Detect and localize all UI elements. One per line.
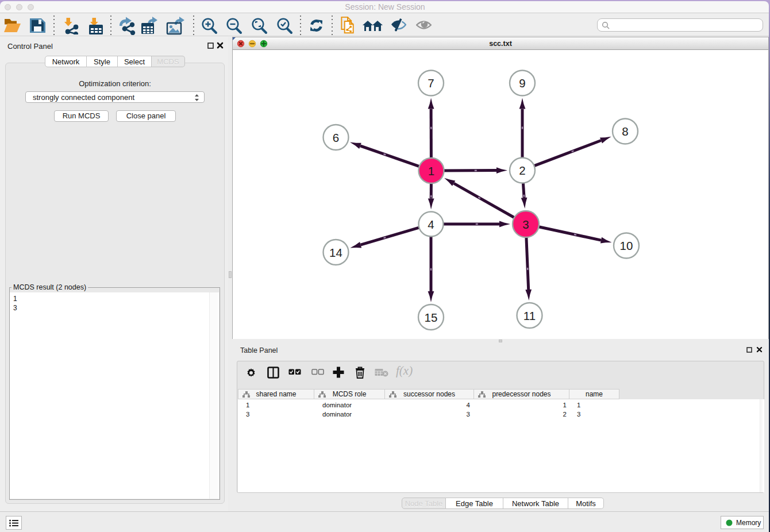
svg-text:3: 3 <box>522 218 529 231</box>
svg-text:9: 9 <box>519 76 525 90</box>
svg-text:14: 14 <box>329 246 342 259</box>
svg-text:11: 11 <box>523 309 536 322</box>
svg-text:4: 4 <box>428 218 434 231</box>
svg-text:8: 8 <box>622 125 628 138</box>
svg-text:15: 15 <box>425 311 438 324</box>
svg-text:1: 1 <box>428 164 434 178</box>
svg-text:2: 2 <box>519 164 525 177</box>
svg-text:10: 10 <box>620 239 633 252</box>
svg-text:7: 7 <box>428 76 434 90</box>
svg-text:6: 6 <box>333 131 339 144</box>
